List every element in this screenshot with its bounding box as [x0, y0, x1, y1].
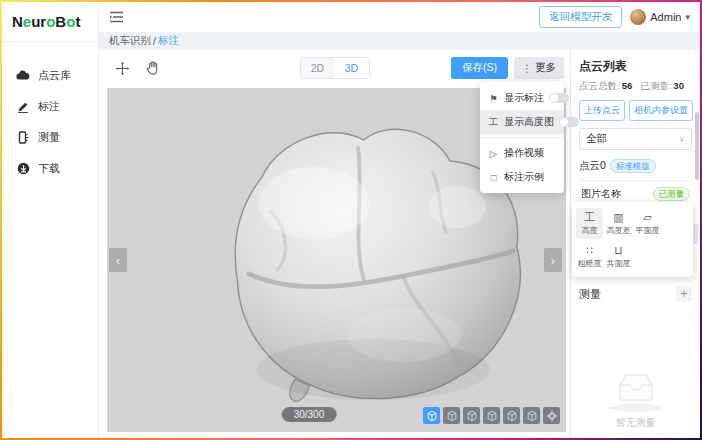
logo-gear-letter: o: [46, 13, 55, 30]
ruler-icon: [16, 131, 30, 145]
filter-selected-value: 全部: [586, 132, 607, 146]
next-arrow-button[interactable]: ›: [544, 248, 562, 272]
pen-icon: [16, 100, 30, 114]
mode-2d-button[interactable]: 2D: [301, 58, 335, 78]
app: NeuroBot 点云库 标注 测量: [2, 2, 700, 438]
content-row: 2D 3D 保存(S) ⋮ 更多 ⚑ 显示标注: [99, 50, 700, 438]
user-menu[interactable]: Admin ▾: [630, 9, 690, 25]
panel-buttons: 上传点云 相机内参设置: [579, 100, 692, 121]
flag-icon: ⚑: [488, 93, 499, 104]
tool-height-diff[interactable]: ▥ 高度差: [605, 208, 632, 239]
point-cloud-panel: 点云列表 点云总数:56 已测量:30 上传点云 相机内参设置 全部 ∨ 点云0…: [570, 50, 700, 438]
height-diff-icon: ▥: [605, 211, 632, 224]
view-cube-button-right[interactable]: [503, 407, 520, 424]
cloud-icon: [16, 69, 30, 83]
toolbar-right-group: 保存(S) ⋮ 更多: [451, 57, 564, 79]
measure-title: 测量: [579, 287, 601, 302]
chevron-down-icon: ∨: [678, 134, 685, 144]
more-button[interactable]: ⋮ 更多: [514, 57, 564, 79]
measured-badge: 已测量: [653, 187, 691, 201]
tool-height[interactable]: 工 高度: [576, 208, 603, 239]
add-measure-button[interactable]: +: [676, 286, 692, 302]
measured-value: 30: [673, 80, 684, 91]
empty-text: 暂无测量: [571, 416, 700, 430]
download-icon: [16, 162, 30, 176]
breadcrumb-current: 标注: [158, 34, 179, 48]
sidebar-item-pointcloud-library[interactable]: 点云库: [2, 60, 98, 91]
sidebar-item-annotate[interactable]: 标注: [2, 91, 98, 122]
logo-gear-letter: o: [66, 13, 75, 30]
sidebar-item-measure[interactable]: 测量: [2, 122, 98, 153]
logo-text: N: [12, 13, 23, 30]
collapse-menu-icon[interactable]: [109, 10, 125, 24]
upload-pointcloud-button[interactable]: 上传点云: [579, 100, 625, 121]
hand-icon[interactable]: [143, 59, 161, 77]
sidebar-item-label: 测量: [38, 130, 60, 145]
show-annotation-toggle[interactable]: [549, 93, 569, 103]
sidebar-item-download[interactable]: 下载: [2, 153, 98, 184]
sidebar-menu: 点云库 标注 测量 下载: [2, 42, 98, 184]
flatness-icon: ▱: [634, 211, 661, 224]
panel-stats: 点云总数:56 已测量:30: [579, 80, 692, 93]
panel-title: 点云列表: [579, 58, 692, 75]
show-heightmap-toggle[interactable]: [559, 117, 579, 127]
empty-state: 暂无测量: [571, 370, 700, 430]
window-frame: NeuroBot 点云库 标注 测量: [0, 0, 702, 440]
panel-scrollbar[interactable]: [695, 112, 699, 180]
move-icon[interactable]: [113, 59, 131, 77]
menu-item-show-heightmap[interactable]: 工 显示高度图: [480, 110, 564, 134]
measure-tools-popover: 工 高度 ▥ 高度差 ▱ 平面度 ∷ 粗糙度: [572, 202, 693, 277]
top-bar: 返回模型开发 Admin ▾: [99, 2, 700, 32]
pager-badge: 30/300: [282, 407, 337, 422]
tool-flatness[interactable]: ▱ 平面度: [634, 208, 661, 239]
prev-arrow-button[interactable]: ‹: [109, 248, 127, 272]
avatar: [630, 9, 646, 25]
view-cube-button-top[interactable]: [523, 407, 540, 424]
mode-3d-button[interactable]: 3D: [335, 58, 369, 78]
save-button[interactable]: 保存(S): [451, 57, 508, 79]
view-reset-button[interactable]: [543, 407, 560, 424]
image-name: 图片名称: [581, 187, 621, 201]
template-badge: 标准模版: [610, 159, 656, 173]
top-right-group: 返回模型开发 Admin ▾: [539, 6, 690, 28]
measure-section-header: 测量 +: [579, 276, 692, 302]
cloud-row[interactable]: 点云0 标准模版: [579, 159, 692, 181]
pan-icons: [113, 59, 161, 77]
measured-label: 已测量:: [640, 80, 671, 91]
menu-item-annotation-example[interactable]: □ 标注示例: [480, 165, 564, 189]
view-cube-button-iso[interactable]: [423, 407, 440, 424]
sidebar-item-label: 下载: [38, 161, 60, 176]
total-value: 56: [622, 80, 633, 91]
caret-down-icon: ▾: [685, 12, 690, 22]
cloud-name: 点云0: [579, 159, 606, 173]
total-label: 点云总数:: [579, 80, 620, 91]
breadcrumb: 机车识别/标注: [99, 32, 700, 50]
view-cube-button-front[interactable]: [443, 407, 460, 424]
canvas-toolbar: 2D 3D 保存(S) ⋮ 更多: [99, 50, 570, 86]
view-cube-button-back[interactable]: [463, 407, 480, 424]
view-orientation-bar: [423, 407, 560, 424]
camera-params-button[interactable]: 相机内参设置: [629, 100, 693, 121]
sidebar: NeuroBot 点云库 标注 测量: [2, 2, 99, 438]
logo-gear-letter: e: [23, 13, 31, 30]
sidebar-item-label: 标注: [38, 99, 60, 114]
ibeam-icon: 工: [488, 116, 499, 129]
menu-item-show-annotation[interactable]: ⚑ 显示标注: [480, 86, 564, 110]
back-to-model-dev-button[interactable]: 返回模型开发: [539, 6, 622, 28]
menu-item-tutorial-video[interactable]: ▷ 操作视频: [480, 141, 564, 165]
image-list-item[interactable]: 图片名称 已测量: [579, 184, 692, 204]
frame-icon: □: [488, 172, 499, 183]
tool-roughness[interactable]: ∷ 粗糙度: [576, 241, 603, 272]
view-mode-segmented: 2D 3D: [300, 57, 370, 79]
filter-select[interactable]: 全部 ∨: [579, 128, 692, 150]
roughness-icon: ∷: [576, 244, 603, 257]
more-menu: ⚑ 显示标注 工 显示高度图 ▷ 操作视频 □: [480, 82, 564, 193]
breadcrumb-section[interactable]: 机车识别: [109, 34, 151, 48]
canvas-column: 2D 3D 保存(S) ⋮ 更多 ⚑ 显示标注: [99, 50, 570, 438]
sidebar-item-label: 点云库: [38, 68, 71, 83]
empty-box-icon: [613, 370, 659, 406]
vertical-dots-icon: ⋮: [522, 63, 532, 74]
tool-coplanarity[interactable]: ⊔ 共面度: [605, 241, 632, 272]
coplanarity-icon: ⊔: [605, 244, 632, 257]
view-cube-button-left[interactable]: [483, 407, 500, 424]
